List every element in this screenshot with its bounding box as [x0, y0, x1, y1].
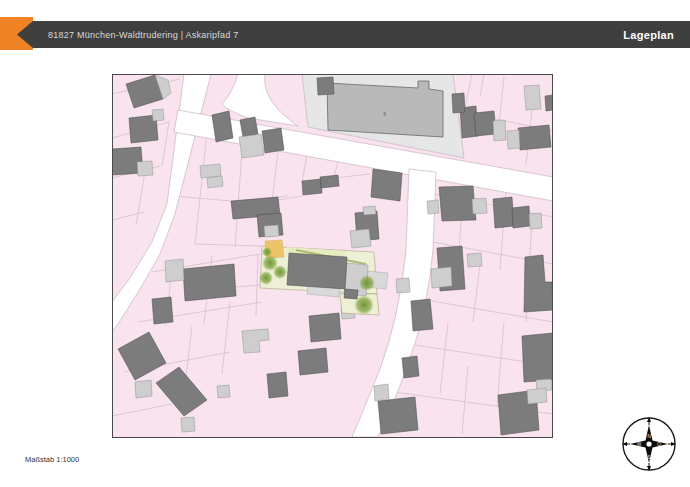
large-building	[327, 81, 443, 137]
compass-north-label: N	[647, 434, 650, 439]
subject-building	[287, 253, 347, 289]
compass-east-label: O	[657, 442, 661, 447]
compass-icon: N O S W	[617, 412, 681, 476]
scale-label: Maßstab 1:1000	[25, 455, 79, 464]
address-text: 81827 München-Waldtrudering | Askaripfad…	[48, 21, 239, 48]
site-plan-map: 3	[112, 74, 553, 438]
header-bar: 81827 München-Waldtrudering | Askaripfad…	[17, 21, 690, 48]
building-number-label: 3	[383, 111, 386, 117]
compass-south-label: S	[647, 455, 650, 460]
page-title: Lageplan	[623, 21, 674, 48]
